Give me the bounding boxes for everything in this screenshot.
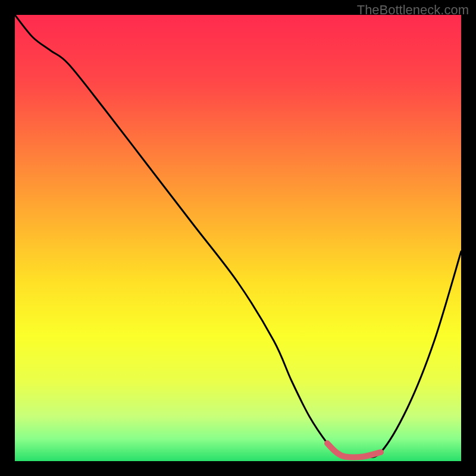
bottleneck-curve	[15, 15, 461, 457]
optimal-range-highlight	[327, 443, 381, 457]
curve-layer	[15, 15, 461, 461]
watermark-text: TheBottleneck.com	[357, 2, 469, 18]
plot-area	[15, 15, 461, 461]
